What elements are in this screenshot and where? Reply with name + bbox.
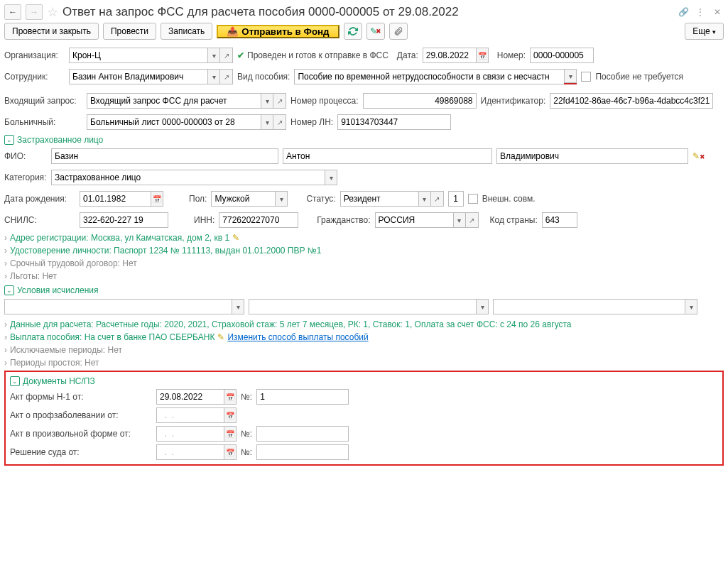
chevron-down-icon: ⌄	[10, 376, 20, 386]
close-icon[interactable]: ✕	[711, 6, 724, 18]
incoming-input[interactable]	[87, 93, 261, 109]
docs-header[interactable]: ⌄ Документы НС/ПЗ	[10, 376, 718, 386]
sick-list-input[interactable]	[87, 114, 261, 130]
change-payout-link[interactable]: Изменить способ выплаты пособий	[227, 332, 368, 342]
date-input[interactable]	[423, 48, 476, 63]
status2-open[interactable]: ↗	[431, 191, 444, 207]
back-button[interactable]: ←	[4, 4, 21, 20]
citizenship-dropdown[interactable]: ▾	[453, 212, 466, 228]
court-calendar[interactable]: 📅	[224, 444, 237, 460]
country-code-label: Код страны:	[490, 215, 538, 225]
no-benefit-checkbox[interactable]	[581, 72, 591, 82]
identity-row[interactable]: › Удостоверение личности: Паспорт 1234 №…	[4, 246, 724, 256]
employee-open[interactable]: ↗	[220, 69, 233, 84]
more-button[interactable]: Еще ▾	[685, 23, 724, 40]
cond2-dropdown[interactable]: ▾	[476, 299, 489, 314]
post-button[interactable]: Провести	[103, 23, 156, 40]
insured-group-header[interactable]: ⌄ Застрахованное лицо	[4, 135, 724, 145]
chevron-down-icon: ⌄	[4, 135, 14, 145]
identifier-input[interactable]	[550, 93, 713, 109]
act-prof-date-input[interactable]	[156, 407, 224, 423]
surname-input[interactable]	[51, 148, 278, 164]
status2-dropdown[interactable]: ▾	[418, 191, 431, 207]
post-close-button[interactable]: Провести и закрыть	[4, 23, 99, 40]
calc-data-row[interactable]: › Данные для расчета: Расчетные годы: 20…	[4, 319, 724, 329]
act-h1-no-input[interactable]	[256, 389, 349, 405]
edit-payout-icon[interactable]: ✎	[217, 332, 224, 342]
court-date-input[interactable]	[156, 444, 224, 460]
org-dropdown[interactable]: ▾	[207, 48, 220, 63]
favorite-star-icon[interactable]: ☆	[47, 4, 58, 20]
birth-input[interactable]	[80, 191, 151, 207]
cond1-input[interactable]	[4, 299, 232, 314]
act-free-no-input[interactable]	[256, 426, 349, 442]
address-row[interactable]: › Адрес регистрации: Москва, ул Камчатск…	[4, 233, 724, 243]
org-label: Организация:	[4, 50, 65, 60]
court-no-input[interactable]	[256, 444, 349, 460]
cancel-post-button[interactable]: ✎✖	[366, 23, 385, 40]
calc-cond-header[interactable]: ⌄ Условия исчисления	[4, 285, 724, 295]
incoming-dropdown[interactable]: ▾	[261, 93, 273, 109]
act-h1-label: Акт формы Н-1 от:	[10, 392, 152, 402]
send-button[interactable]: 📤 Отправить в Фонд	[217, 25, 339, 38]
incoming-open[interactable]: ↗	[273, 93, 286, 109]
attach-button[interactable]	[389, 23, 408, 40]
category-dropdown[interactable]: ▾	[325, 170, 337, 185]
act-free-calendar[interactable]: 📅	[224, 426, 237, 442]
act-prof-calendar[interactable]: 📅	[224, 407, 237, 423]
benefit-type-input[interactable]	[294, 69, 564, 84]
sick-list-dropdown[interactable]: ▾	[261, 114, 273, 130]
birth-calendar[interactable]: 📅	[151, 191, 163, 207]
write-button[interactable]: Записать	[161, 23, 212, 40]
payout-row[interactable]: › Выплата пособия: На счет в банке ПАО С…	[4, 332, 724, 342]
org-input[interactable]	[69, 48, 207, 63]
cond3-dropdown[interactable]: ▾	[685, 299, 697, 314]
cond3-input[interactable]	[493, 299, 685, 314]
citizenship-label: Гражданство:	[317, 215, 370, 225]
refresh-button[interactable]	[344, 23, 362, 40]
edit-fio-icon[interactable]: ✎✖	[692, 151, 705, 161]
employee-input[interactable]	[69, 69, 207, 84]
link-icon[interactable]: 🔗	[677, 6, 690, 18]
cond2-input[interactable]	[249, 299, 476, 314]
cond1-dropdown[interactable]: ▾	[232, 299, 244, 314]
sex-label: Пол:	[189, 194, 207, 204]
act-free-label: Акт в произвольной форме от:	[10, 429, 152, 439]
edit-address-icon[interactable]: ✎	[232, 233, 239, 243]
benefit-type-dropdown[interactable]: ▾	[564, 69, 577, 83]
citizenship-open[interactable]: ↗	[466, 212, 479, 228]
sick-list-open[interactable]: ↗	[273, 114, 286, 130]
act-free-date-input[interactable]	[156, 426, 224, 442]
external-checkbox[interactable]	[468, 194, 478, 204]
snils-input[interactable]	[80, 212, 168, 228]
inn-input[interactable]	[219, 212, 298, 228]
name-input[interactable]	[283, 148, 492, 164]
identifier-label: Идентификатор:	[481, 96, 546, 106]
one-input[interactable]	[448, 191, 464, 207]
date-calendar[interactable]: 📅	[476, 48, 489, 63]
status2-input[interactable]	[340, 191, 418, 207]
benefits-row[interactable]: › Льготы: Нет	[4, 271, 724, 281]
checkmark-icon: ✔	[237, 50, 244, 60]
forward-button[interactable]: →	[26, 4, 43, 20]
citizenship-input[interactable]	[375, 212, 453, 228]
court-label: Решение суда от:	[10, 447, 152, 457]
idle-row[interactable]: › Периоды простоя: Нет	[4, 358, 724, 368]
urgent-row[interactable]: › Срочный трудовой договор: Нет	[4, 258, 724, 268]
number-input[interactable]	[530, 48, 594, 63]
sex-dropdown[interactable]: ▾	[275, 191, 288, 207]
employee-dropdown[interactable]: ▾	[207, 69, 220, 84]
process-no-input[interactable]	[363, 93, 477, 109]
excluded-row[interactable]: › Исключаемые периоды: Нет	[4, 345, 724, 355]
org-open[interactable]: ↗	[220, 48, 233, 63]
category-input[interactable]	[51, 170, 325, 185]
kebab-icon[interactable]: ⋮	[694, 6, 707, 18]
country-code-input[interactable]	[542, 212, 577, 228]
send-icon: 📤	[227, 26, 239, 37]
act-h1-calendar[interactable]: 📅	[224, 389, 237, 405]
sex-input[interactable]	[211, 191, 275, 207]
chevron-right-icon: ›	[4, 319, 7, 329]
ln-no-input[interactable]	[337, 114, 451, 130]
patronymic-input[interactable]	[496, 148, 688, 164]
act-h1-date-input[interactable]	[156, 389, 224, 405]
